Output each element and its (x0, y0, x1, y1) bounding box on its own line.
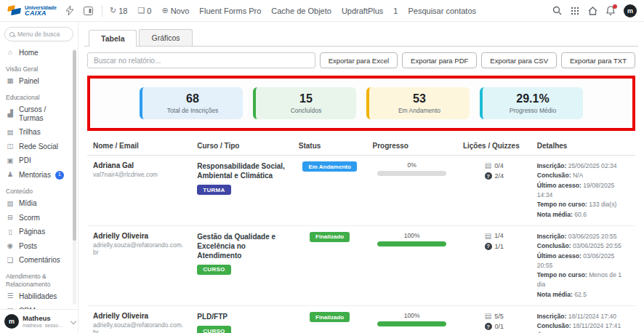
sidebar-item-habilidades[interactable]: ☰ Habilidades (0, 289, 78, 304)
status-badge: Em Andamento (302, 161, 356, 172)
progress-bar (377, 321, 446, 326)
stat-value: 68 (145, 92, 240, 105)
top-header: Universidade CAIXA ↻ 18 ❏ 0 ⊕ Novo (0, 0, 644, 22)
network-icon: ◫ (6, 143, 15, 151)
column-header[interactable]: Curso / Tipo (191, 137, 292, 156)
user-email: matheus_sesso@hotmail.com (23, 323, 68, 328)
sidebar-search-input[interactable] (17, 31, 68, 38)
stat-label: Total de Inscrições (145, 107, 240, 114)
course-type-badge: CURSO (197, 265, 230, 275)
lightning-icon[interactable] (64, 5, 76, 17)
student-name: Adrielly Oliveira (93, 232, 185, 240)
tab-tabela[interactable]: Tabela (89, 30, 137, 47)
apps-grid-icon[interactable] (571, 7, 579, 15)
sidebar-item-rede-social[interactable]: ◫ Rede Social (0, 140, 78, 154)
report-tabs: Tabela Gráficos (84, 29, 638, 46)
report-search-input[interactable] (87, 52, 315, 68)
list-icon: ☰ (6, 292, 15, 300)
lessons-icon: ▤ (485, 312, 491, 320)
plus-icon: ⊕ (161, 6, 168, 15)
comment-icon: ❏ (137, 6, 145, 15)
detail-nota-media: Nota média: 62.5 (537, 290, 629, 300)
progress-percent: 100% (373, 232, 451, 239)
admin-toolbar: ↻ 18 ❏ 0 ⊕ Novo Fluent Forms Pro Cache d… (110, 6, 476, 15)
sidebar-item-comentarios[interactable]: ❑ Comentários (0, 253, 78, 268)
notification-dot (613, 4, 617, 9)
main-content: Tabela Gráficos Exportar para Excel Expo… (79, 22, 644, 333)
home-icon[interactable] (588, 7, 597, 15)
sidebar-item-midia[interactable]: ▧ Mídia (0, 196, 78, 211)
sidebar-item-paginas[interactable]: ▯ Páginas (0, 225, 78, 239)
sidebar-item-scorm[interactable]: ⊟ Scorm (0, 211, 78, 225)
user-avatar[interactable]: m (624, 4, 637, 17)
person-icon: ♟ (6, 171, 15, 179)
detail-tempo-no-curso: Tempo no curso: 133 dia(s) (537, 200, 629, 209)
lessons-count: 0/4 (494, 162, 504, 169)
detail-conclusao: Conclusão: 18/11/2024 17:41 (537, 321, 629, 331)
detail-conclusao: Conclusão: 03/06/2025 20:55 (537, 241, 629, 251)
student-email: val7nair4@rlcdrive.com (93, 171, 185, 178)
course-title: PLD/FTP (197, 312, 286, 321)
updraft-count[interactable]: 1 (393, 7, 398, 15)
export-txt-button[interactable]: Exportar para TXT (561, 52, 635, 68)
table-row: Adrielly Oliveira adrielly.souza@refator… (87, 306, 635, 333)
sidebar-scrollbar-thumb[interactable] (73, 50, 76, 241)
progress-percent: 0% (373, 161, 451, 169)
updraftplus[interactable]: UpdraftPlus (342, 7, 383, 15)
pesquisar-contatos[interactable]: Pesquisar contatos (408, 7, 476, 15)
layout-icon[interactable] (83, 5, 94, 17)
sidebar-section-label: Visão Geral (0, 60, 78, 75)
stats-highlight-box: 68 Total de Inscrições 15 Concluídos 53 … (87, 76, 635, 131)
new-button[interactable]: ⊕ Novo (161, 6, 189, 15)
sidebar-search[interactable] (4, 27, 73, 41)
export-pdf-button[interactable]: Exportar para PDF (402, 52, 477, 68)
column-header[interactable]: Detalhes (531, 137, 635, 156)
sidebar: ⌂ Home Visão Geral ▦ Painel Educacional (0, 22, 79, 333)
sidebar-item-home[interactable]: ⌂ Home (0, 46, 78, 60)
student-email: adrielly.souza@refatorando.com.br (93, 321, 185, 333)
progress-bar-fill (377, 241, 446, 246)
sidebar-item-mentorias[interactable]: ♟ Mentorias 1 (0, 168, 78, 182)
divider (102, 5, 102, 17)
comments-count[interactable]: ❏ 0 (137, 6, 151, 15)
funnel-icon: ▽ (6, 307, 15, 309)
sidebar-item-trilhas[interactable]: ▤ Trilhas (0, 125, 78, 140)
progress-bar (377, 171, 446, 176)
tab-graficos[interactable]: Gráficos (139, 29, 192, 46)
cache-de-objeto[interactable]: Cache de Objeto (271, 7, 331, 15)
quiz-icon: ? (485, 323, 492, 330)
stat-card: 29.1% Progresso Médio (480, 87, 583, 119)
sidebar-item-painel[interactable]: ▦ Painel (0, 74, 78, 89)
course-title: Responsabilidade Social, Ambiental e Cli… (197, 161, 286, 180)
course-type-badge: TURMA (197, 185, 230, 195)
sidebar-item-cursos-turmas[interactable]: ▟ Cursos / Turmas (0, 103, 78, 125)
quizzes-count: 1/1 (495, 243, 504, 250)
fluent-forms-pro[interactable]: Fluent Forms Pro (199, 7, 261, 15)
dashboard-icon: ▦ (6, 77, 15, 85)
table-row: Adriana Gal val7nair4@rlcdrive.com Respo… (87, 156, 635, 226)
sidebar-user-card[interactable]: m Matheus matheus_sesso@hotmail.com (0, 309, 78, 333)
search-icon[interactable] (552, 6, 562, 15)
updates-count[interactable]: ↻ 18 (110, 6, 127, 15)
export-csv-button[interactable]: Exportar para CSV (481, 52, 557, 68)
sidebar-item-pdi[interactable]: ▣ PDI (0, 153, 78, 168)
notifications-bell-icon[interactable] (606, 6, 615, 15)
column-header[interactable]: Status (293, 137, 367, 156)
column-header[interactable]: Lições / Quizzes (457, 137, 531, 156)
sidebar-section-label: Educacional (0, 89, 78, 103)
sidebar-item-posts[interactable]: ◉ Posts (0, 239, 78, 254)
detail-inscricao: Inscrição: 18/11/2024 17:40 (537, 312, 629, 321)
status-badge: Finalizado (310, 232, 350, 242)
column-header[interactable]: Nome / Email (87, 137, 191, 156)
page-icon: ▯ (6, 228, 15, 236)
column-header[interactable]: Progresso (367, 137, 457, 156)
universidade-caixa-logo[interactable]: Universidade CAIXA (7, 4, 57, 17)
quiz-icon: ? (485, 243, 492, 250)
archive-icon: ⊟ (6, 214, 15, 222)
stat-label: Progresso Médio (486, 107, 580, 114)
stat-card: 68 Total de Inscrições (140, 87, 243, 119)
comments-icon: ❑ (6, 257, 15, 265)
lessons-icon: ▤ (485, 232, 491, 240)
export-excel-button[interactable]: Exportar para Excel (320, 52, 398, 68)
sidebar-item-crm[interactable]: ▽ CRM (0, 304, 78, 309)
